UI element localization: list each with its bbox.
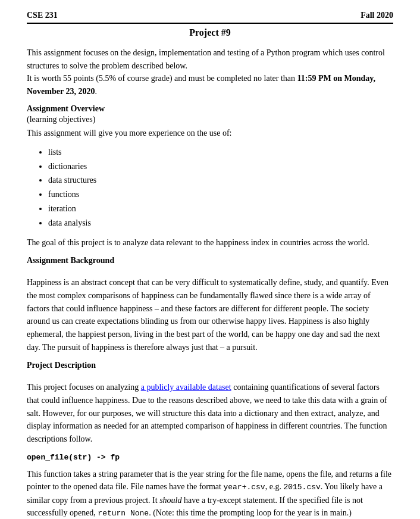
assignment-background-section: Assignment Background Happiness is an ab… <box>27 256 393 354</box>
func1-italic: should <box>159 496 181 505</box>
intro-paragraph: This assignment focuses on the design, i… <box>27 46 393 98</box>
assignment-overview-section: Assignment Overview (learning objectives… <box>27 104 393 249</box>
assignment-background-text: Happiness is an abstract concept that ca… <box>27 276 393 354</box>
function1-description: This function takes a string parameter t… <box>27 468 393 519</box>
project-description-section: Project Description This project focuses… <box>27 361 393 445</box>
course-label: CSE 231 <box>27 11 58 20</box>
project-desc-suffix: containing quantifications of several fa… <box>27 383 387 443</box>
project-description-text: This project focuses on analyzing a publ… <box>27 381 393 445</box>
project-desc-prefix: This project focuses on analyzing <box>27 383 141 392</box>
header: CSE 231 Fall 2020 <box>27 11 393 24</box>
assignment-background-heading: Assignment Background <box>27 256 393 265</box>
intro-line1: This assignment focuses on the design, i… <box>27 48 385 70</box>
assignment-overview-closing: The goal of this project is to analyze d… <box>27 236 393 249</box>
func1-text2: , e.g. <box>265 482 284 491</box>
assignment-overview-heading: Assignment Overview <box>27 104 393 114</box>
assignment-overview-subheading: (learning objectives) <box>27 115 393 124</box>
assignment-overview-intro: This assignment will give you more exper… <box>27 127 393 139</box>
project-title: Project #9 <box>27 27 393 38</box>
intro-line2-prefix: It is worth 55 points (5.5% of course gr… <box>27 74 297 83</box>
bullet-dictionaries: dictionaries <box>48 160 393 174</box>
bullet-data-analysis: data analysis <box>48 216 393 230</box>
bullet-list: lists dictionaries data structures funct… <box>48 145 393 230</box>
function1-section: open_file(str) -> fp This function takes… <box>27 453 393 519</box>
project-description-heading: Project Description <box>27 361 393 370</box>
intro-line2-suffix: . <box>95 87 97 96</box>
func1-text5: . (Note: this time the prompting loop fo… <box>149 508 352 517</box>
page: CSE 231 Fall 2020 Project #9 This assign… <box>0 0 420 519</box>
func1-code3: return None <box>98 509 149 518</box>
semester-label: Fall 2020 <box>361 11 393 20</box>
bullet-functions: functions <box>48 187 393 202</box>
func1-code1: year+.csv <box>223 483 265 492</box>
func1-code2: 2015.csv <box>283 483 320 492</box>
bullet-lists: lists <box>48 145 393 160</box>
dataset-link[interactable]: a publicly available dataset <box>141 383 231 392</box>
bullet-data-structures: data structures <box>48 173 393 187</box>
bullet-iteration: iteration <box>48 202 393 216</box>
function1-signature: open_file(str) -> fp <box>27 453 393 462</box>
